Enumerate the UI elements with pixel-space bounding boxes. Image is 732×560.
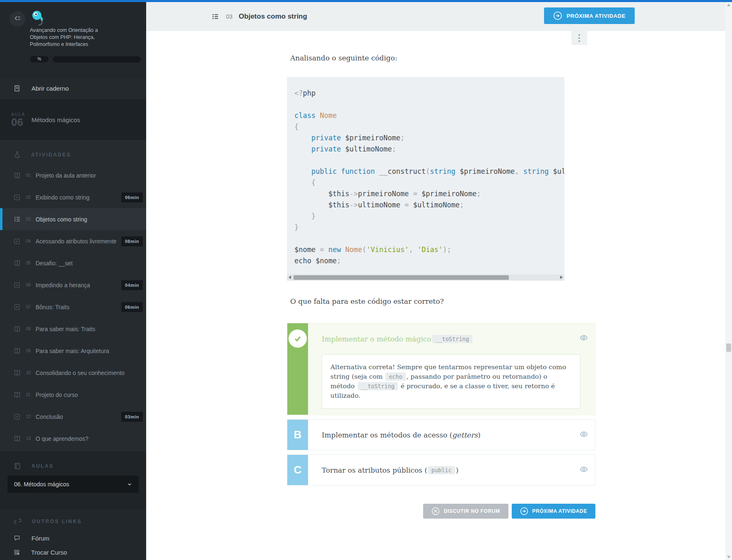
- forum-circle-icon: [431, 507, 440, 515]
- open-notebook-button[interactable]: Abrir caderno: [0, 77, 146, 100]
- eye-icon[interactable]: [579, 430, 588, 438]
- scroll-down-arrow[interactable]: [727, 556, 730, 558]
- page-title: Objetos como string: [239, 12, 307, 21]
- list-icon: [14, 216, 21, 223]
- other-links-header-label: OUTROS LINKS: [32, 519, 82, 524]
- video-icon: [14, 304, 21, 310]
- sidebar-item-bonus-traits[interactable]: 07 Bônus: Traits 06min: [0, 296, 146, 318]
- book-icon: [14, 172, 21, 179]
- arrow-right-circle-icon: [520, 507, 528, 515]
- forum-link-label: Fórum: [31, 535, 49, 542]
- sidebar-link-forum[interactable]: Fórum: [0, 531, 146, 545]
- activity-label: Conclusão: [36, 413, 63, 420]
- discuss-forum-button[interactable]: DISCUTIR NO FORUM: [423, 504, 508, 519]
- scroll-up-arrow[interactable]: [727, 4, 730, 6]
- next-activity-label: PRÓXIMA ATIVIDADE: [532, 508, 587, 514]
- sidebar-item-impedindo-a-heranca[interactable]: 06 Impedindo a herança 04min: [0, 274, 146, 296]
- activity-number: 05: [26, 261, 34, 265]
- answer-letter: B: [294, 428, 302, 441]
- collapse-sidebar-button[interactable]: [10, 11, 25, 27]
- answer-c-marker: C: [287, 455, 308, 485]
- other-links-header: OUTROS LINKS: [0, 517, 146, 525]
- sidebar-item-objetos-como-string-active[interactable]: 03 Objetos como string: [0, 208, 146, 230]
- switch-course-link-label: Trocar Curso: [31, 549, 67, 556]
- chat-bubble-icon: [14, 535, 20, 541]
- answer-letter: C: [294, 464, 302, 476]
- duration-badge: 08min: [121, 236, 143, 246]
- arrow-left-icon: [14, 14, 21, 24]
- activity-number: 09: [26, 348, 34, 353]
- aulas-section: AULAS 06. Métodos mágicos: [0, 452, 146, 509]
- aulas-header-label: AULAS: [31, 463, 54, 469]
- sidebar-item-projeto-da-aula-anterior[interactable]: 01 Projeto da aula anterior: [0, 164, 146, 186]
- activities-section: ATIVIDADES 01 Projeto da aula anterior 0…: [0, 140, 146, 452]
- eye-icon[interactable]: [579, 334, 588, 341]
- activity-label: Bônus: Traits: [36, 304, 70, 310]
- book-icon: [14, 347, 21, 354]
- chevron-down-icon: [127, 482, 132, 487]
- activity-number: 10: [26, 370, 34, 375]
- php-code: <?php class Nome{ private $primeiroNome;…: [287, 77, 564, 267]
- activity-label: O que aprendemos?: [36, 435, 89, 442]
- course-progress: %: [30, 56, 141, 62]
- sidebar-item-o-que-aprendemos[interactable]: 13 O que aprendemos?: [0, 428, 146, 449]
- activity-number: 13: [26, 436, 34, 441]
- sidebar-item-projeto-do-curso[interactable]: 11 Projeto do curso: [0, 384, 146, 406]
- scroll-right-arrow[interactable]: [560, 276, 563, 279]
- answers-list: Implementar o método mágico __toString A…: [287, 323, 595, 485]
- activity-title-group: 03 Objetos como string: [212, 2, 307, 31]
- activity-number: 03: [226, 13, 233, 20]
- next-activity-button-top[interactable]: PRÓXIMA ATIVIDADE: [544, 7, 635, 24]
- question-document: Analisando o seguinte código: <?php clas…: [287, 31, 595, 519]
- check-circle: [289, 329, 307, 348]
- closed-book-icon: [14, 462, 21, 470]
- page-top-accent-bar: [0, 0, 732, 2]
- answer-a-marker: [287, 323, 308, 415]
- activity-label: Consolidando o seu conhecimento: [36, 370, 125, 376]
- open-notebook-label: Abrir caderno: [31, 85, 69, 92]
- course-title: Avançando com Orientação a Objetos com P…: [30, 27, 113, 48]
- more-options-button[interactable]: [571, 31, 587, 45]
- lesson-title: Métodos mágicos: [31, 116, 80, 123]
- notebook-icon: [14, 85, 20, 92]
- sidebar-item-consolidando-conhecimento[interactable]: 10 Consolidando o seu conhecimento: [0, 362, 146, 384]
- lesson-select-dropdown[interactable]: 06. Métodos mágicos: [7, 476, 139, 493]
- answer-option-b[interactable]: B Implementar os métodos de acesso (gett…: [287, 419, 595, 450]
- lesson-number-block: AULA 06: [11, 112, 31, 127]
- horizontal-scrollbar-thumb[interactable]: [294, 275, 509, 280]
- question-text: O que falta para este código estar corre…: [290, 297, 595, 305]
- answer-option-a-correct: Implementar o método mágico __toString A…: [287, 323, 595, 415]
- code-block: <?php class Nome{ private $primeiroNome;…: [287, 77, 564, 281]
- activity-content: Analisando o seguinte código: <?php clas…: [146, 31, 732, 560]
- sidebar-item-conclusao[interactable]: 12 Conclusão 03min: [0, 406, 146, 428]
- sidebar: Avançando com Orientação a Objetos com P…: [0, 2, 146, 560]
- activity-label: Desafio: __set: [36, 260, 73, 267]
- book-icon: [14, 435, 21, 442]
- sidebar-link-trocar-curso[interactable]: Trocar Curso: [0, 545, 146, 559]
- sidebar-item-acessando-atributos-livremente[interactable]: 04 Acessando atributos livremente 08min: [0, 230, 146, 252]
- sidebar-item-para-saber-mais-traits[interactable]: 08 Para saber mais: Traits: [0, 318, 146, 340]
- book-icon: [14, 325, 21, 332]
- next-activity-label: PRÓXIMA ATIVIDADE: [566, 13, 626, 19]
- progress-percent-badge: %: [30, 56, 48, 62]
- eye-icon[interactable]: [579, 466, 588, 473]
- activity-number: 11: [26, 392, 34, 397]
- scroll-left-arrow[interactable]: [289, 276, 291, 279]
- activity-number: 03: [26, 217, 34, 221]
- next-activity-button-bottom[interactable]: PRÓXIMA ATIVIDADE: [512, 504, 595, 519]
- page-vertical-scrollbar: [725, 2, 732, 560]
- main-area: 03 Objetos como string PRÓXIMA ATIVIDADE: [146, 2, 732, 560]
- vertical-scrollbar-thumb[interactable]: [726, 344, 731, 352]
- answer-a-explanation: Alternativa correta! Sempre que tentarmo…: [322, 354, 580, 409]
- sidebar-item-para-saber-mais-arquitetura[interactable]: 09 Para saber mais: Arquitetura: [0, 340, 146, 362]
- duration-badge: 03min: [121, 412, 143, 422]
- activity-number: 12: [26, 414, 34, 419]
- sidebar-item-desafio-set[interactable]: 05 Desafio: __set: [0, 252, 146, 274]
- answer-option-c[interactable]: C Tornar os atributos públicos ( public …: [287, 454, 595, 485]
- current-lesson-banner: AULA 06 Métodos mágicos: [0, 100, 146, 140]
- answer-b-marker: B: [287, 420, 308, 450]
- sidebar-item-exibindo-como-string[interactable]: 02 Exibindo como string 06min: [0, 186, 146, 208]
- progress-bar: [53, 56, 141, 62]
- activity-number: 06: [26, 283, 34, 287]
- activity-number: 07: [26, 305, 34, 309]
